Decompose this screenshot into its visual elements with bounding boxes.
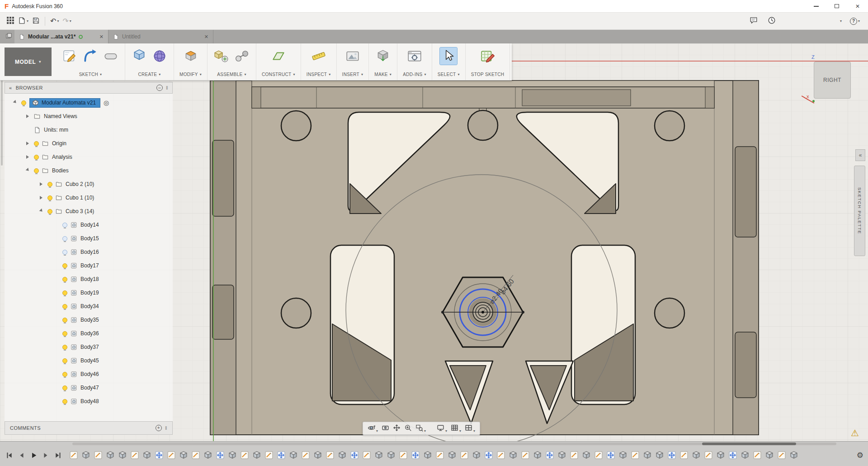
timeline-feature-extrude-4[interactable] [106,451,114,459]
browser-header[interactable]: « BROWSER – ‖ [5,82,173,94]
ribbon-group-label[interactable]: INSERT▾ [342,72,363,77]
timeline-feature-sketch-6[interactable] [131,451,139,459]
timeline-feature-sketch-1[interactable] [70,451,78,459]
timeline-feature-extrude-54[interactable] [717,451,725,459]
viewcube-face-label[interactable]: RIGHT [823,77,841,83]
timeline-feature-sketch-22[interactable] [326,451,334,459]
assemble-component-icon[interactable] [213,48,230,65]
timeline-feature-extrude-23[interactable] [338,451,346,459]
ribbon-group-make[interactable]: MAKE▾ [369,43,397,80]
browser-item-bodies[interactable]: Bodies [5,164,173,177]
ribbon-group-construct[interactable]: CONSTRUCT▾ [256,43,301,80]
timeline-feature-extrude-19[interactable] [289,451,297,459]
grid-settings-button[interactable]: ▾ [450,423,462,434]
browser-item-cubo-3-14-[interactable]: Cubo 3 (14) [5,204,173,218]
timeline-feature-move-13[interactable] [216,451,224,459]
browser-item-body14[interactable]: Body14 [5,218,173,232]
expander-icon[interactable] [26,155,31,159]
timeline-feature-sketch-28[interactable] [399,451,407,459]
browser-item-body19[interactable]: Body19 [5,286,173,300]
expander-icon[interactable] [40,196,44,200]
ribbon-group-insert[interactable]: INSERT▾ [337,43,369,80]
timeline-feature-move-18[interactable] [277,451,285,459]
browser-item-cubo-2-10-[interactable]: Cubo 2 (10) [5,177,173,191]
browser-item-body17[interactable]: Body17 [5,259,173,272]
ribbon-group-label[interactable]: SELECT▾ [438,72,460,77]
browser-item-body18[interactable]: Body18 [5,272,173,286]
expander-icon[interactable] [26,114,31,118]
timeline-feature-extrude-41[interactable] [558,451,566,459]
timeline-feature-sketch-33[interactable] [460,451,468,459]
document-tab-2[interactable]: Untitled✕ [108,30,213,43]
ribbon-group-label[interactable]: SKETCH▾ [79,72,102,77]
visibility-bulb-icon[interactable] [62,358,67,363]
timeline-feature-sketch-31[interactable] [436,451,444,459]
visibility-bulb-icon[interactable] [62,290,67,295]
sketch-slot-icon[interactable] [102,48,119,65]
construct-plane-icon[interactable] [270,48,287,65]
sketch-create-icon[interactable] [61,48,79,65]
timeline-feature-move-55[interactable] [729,451,737,459]
help-button[interactable]: ?▾ [848,14,862,28]
timeline-feature-extrude-26[interactable] [375,451,383,459]
sketch-palette-collapse-button[interactable]: « [855,149,865,161]
workspace-selector[interactable]: MODEL ▾ [5,48,52,76]
ribbon-group-select[interactable]: SELECT▾ [432,43,466,80]
visibility-bulb-icon[interactable] [62,318,67,323]
visibility-bulb-icon[interactable] [62,304,67,309]
timeline-feature-sketch-42[interactable] [570,451,578,459]
go-to-end-button[interactable] [52,450,63,461]
timeline-scrollbar-handle[interactable] [702,442,796,445]
timeline-feature-extrude-7[interactable] [143,451,151,459]
comments-bar[interactable]: COMMENTS + ‖ [5,421,173,435]
browser-item-origin[interactable]: Origin [5,137,173,150]
tab-stack-icon[interactable] [3,30,14,43]
document-tab-1[interactable]: Modular ...ata v21*✕ [14,30,108,43]
ribbon-group-sketch[interactable]: SKETCH▾ [56,43,125,80]
ribbon-group-addins[interactable]: ADD-INS▾ [397,43,432,80]
inspect-measure-icon[interactable] [310,48,327,65]
timeline-feature-sketch-53[interactable] [704,451,712,459]
drag-handle-icon[interactable]: ‖ [165,425,167,431]
step-back-button[interactable] [16,450,27,461]
visibility-bulb-icon[interactable] [34,168,39,173]
browser-item-body15[interactable]: Body15 [5,232,173,245]
timeline-feature-extrude-60[interactable] [790,451,798,459]
timeline-feature-move-8[interactable] [155,451,163,459]
visibility-bulb-icon[interactable] [62,277,67,282]
comments-button[interactable] [748,14,760,28]
browser-item-body37[interactable]: Body37 [5,340,173,354]
chevron-down-icon[interactable]: ▾ [445,429,447,433]
timeline-feature-sketch-59[interactable] [778,451,786,459]
browser-item-body48[interactable]: Body48 [5,395,173,408]
timeline-feature-move-24[interactable] [350,451,359,459]
timeline-feature-extrude-56[interactable] [741,451,749,459]
chevron-down-icon[interactable]: ▾ [459,429,461,433]
sketch-project-icon[interactable] [82,48,99,65]
visibility-bulb-icon[interactable] [47,182,52,187]
timeline-feature-extrude-27[interactable] [387,451,395,459]
timeline-feature-extrude-14[interactable] [228,451,236,459]
insert-image-icon[interactable] [344,48,361,65]
timeline-feature-extrude-49[interactable] [656,451,664,459]
ribbon-group-label[interactable]: ASSEMBLE▾ [217,72,246,77]
minimize-button[interactable] [806,0,826,12]
timeline-feature-extrude-58[interactable] [765,451,774,459]
ribbon-group-modify[interactable]: MODIFY▾ [174,43,208,80]
viewcube[interactable]: RIGHT Z x [814,62,851,99]
timeline-feature-move-35[interactable] [485,451,493,459]
timeline-feature-extrude-32[interactable] [448,451,456,459]
orbit-button[interactable]: ▾ [367,423,379,434]
browser-item-body16[interactable]: Body16 [5,245,173,259]
save-button[interactable] [30,14,42,28]
timeline-feature-sketch-20[interactable] [302,451,310,459]
close-tab-icon[interactable]: ✕ [99,34,104,40]
timeline-feature-sketch-51[interactable] [680,451,688,459]
timeline-feature-move-45[interactable] [607,451,615,459]
browser-item-body46[interactable]: Body46 [5,367,173,381]
root-selection-highlight[interactable]: Modular Automata v21 [29,98,100,108]
timeline-feature-sketch-9[interactable] [167,451,175,459]
browser-item-analysis[interactable]: Analysis [5,150,173,164]
modify-presspull-icon[interactable] [182,48,199,65]
file-menu-button[interactable]: ▾ [16,14,30,28]
